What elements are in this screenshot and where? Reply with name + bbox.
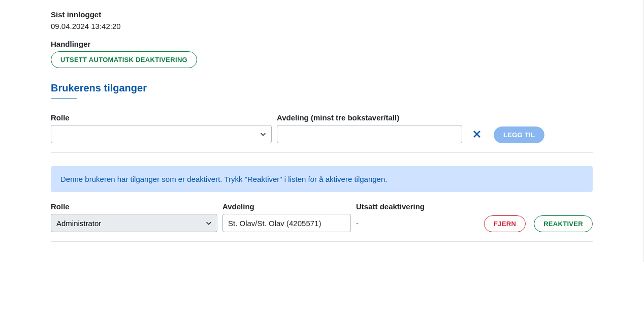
postpone-deactivation-button[interactable]: UTSETT AUTOMATISK DEAKTIVERING — [51, 51, 197, 68]
actions-section: Handlinger UTSETT AUTOMATISK DEAKTIVERIN… — [51, 40, 593, 68]
table-role-select-wrap — [51, 214, 217, 232]
last-login-label: Sist innlogget — [51, 10, 593, 19]
table-actions: FJERN REAKTIVER — [484, 215, 593, 232]
divider — [51, 152, 593, 153]
role-column: Rolle — [51, 113, 272, 143]
remove-button[interactable]: FJERN — [484, 215, 526, 232]
actions-label: Handlinger — [51, 40, 593, 48]
table-postponed-value: - — [356, 214, 479, 232]
alert-message: Denne brukeren har tilganger som er deak… — [60, 175, 387, 183]
table-department-value: St. Olav/St. Olav (4205571) — [222, 214, 351, 232]
add-button[interactable]: LEGG TIL — [494, 126, 544, 143]
table-role-column: Rolle — [51, 202, 217, 232]
role-select-wrap — [51, 125, 272, 143]
role-select[interactable] — [51, 125, 272, 143]
table-department-header: Avdeling — [222, 202, 351, 211]
role-label: Rolle — [51, 113, 272, 122]
department-column: Avdeling (minst tre bokstaver/tall) — [277, 113, 462, 143]
department-input[interactable] — [277, 125, 462, 143]
deactivated-alert: Denne brukeren har tilganger som er deak… — [51, 166, 593, 192]
table-role-header: Rolle — [51, 202, 217, 211]
last-login-value: 09.04.2024 13:42:20 — [51, 22, 593, 30]
access-heading: Brukerens tilganger — [51, 82, 593, 94]
department-label: Avdeling (minst tre bokstaver/tall) — [277, 113, 462, 122]
table-postponed-header: Utsatt deaktivering — [356, 202, 479, 211]
table-department-column: Avdeling St. Olav/St. Olav (4205571) — [222, 202, 351, 232]
table-postponed-column: Utsatt deaktivering - — [356, 202, 479, 232]
table-role-select[interactable] — [51, 214, 217, 232]
clear-icon[interactable] — [469, 125, 485, 143]
heading-underline — [51, 98, 77, 99]
access-table-row: Rolle Avdeling St. Olav/St. Olav (420557… — [51, 202, 593, 242]
last-login-section: Sist innlogget 09.04.2024 13:42:20 — [51, 10, 593, 30]
add-access-row: Rolle Avdeling (minst tre bokstaver/tall… — [51, 113, 593, 143]
reactivate-button[interactable]: REAKTIVER — [534, 215, 593, 232]
